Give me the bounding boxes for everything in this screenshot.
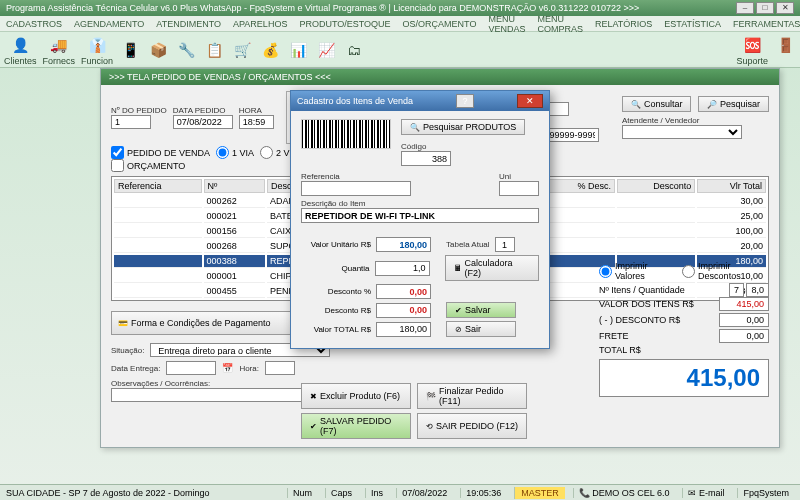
via1-radio[interactable]	[216, 146, 229, 159]
toolbar-exit[interactable]: 🚪	[774, 34, 796, 66]
forma-pagamento-button[interactable]: 💳 Forma e Condições de Pagamento	[111, 311, 311, 335]
menu-item[interactable]: FERRAMENTAS	[733, 19, 800, 29]
toolbar-fornec[interactable]: 🚚Fornecs	[43, 34, 76, 66]
menu-item[interactable]: ESTATÍSTICA	[664, 19, 721, 29]
via2-radio[interactable]	[260, 146, 273, 159]
menu-item[interactable]: MENU COMPRAS	[537, 14, 583, 34]
toolbar-btn[interactable]: 📋	[203, 39, 225, 61]
toolbar-btn[interactable]: 📱	[119, 39, 141, 61]
calendar-icon[interactable]: 📅	[222, 363, 233, 373]
desconto-rs-input[interactable]	[376, 303, 431, 318]
modal-salvar-button[interactable]: ✔ Salvar	[446, 302, 516, 318]
valor-unitario-input[interactable]	[376, 237, 431, 252]
menu-item[interactable]: PRODUTO/ESTOQUE	[299, 19, 390, 29]
uni-input[interactable]	[499, 181, 539, 196]
modal-help-button[interactable]: ?	[456, 94, 474, 108]
ref-input[interactable]	[301, 181, 411, 196]
tabela-input[interactable]	[495, 237, 515, 252]
pesquisar-button[interactable]: 🔎 Pesquisar	[698, 96, 769, 112]
menubar: CADASTROS AGENDAMENTO ATENDIMENTO APAREL…	[0, 16, 800, 32]
item-modal: Cadastro dos Itens de Venda ? ✕ 🔍 Pesqui…	[290, 90, 550, 349]
toolbar-btn[interactable]: 🛒	[231, 39, 253, 61]
toolbar-btn[interactable]: 🔧	[175, 39, 197, 61]
toolbar-btn[interactable]: 📈	[315, 39, 337, 61]
pedido-no-input[interactable]	[111, 115, 151, 129]
totals-panel: Imprimir Valores Imprimir Descontos Nº I…	[599, 261, 769, 397]
print-desc-radio[interactable]	[682, 265, 695, 278]
codigo-input[interactable]	[401, 151, 451, 166]
salvar-pedido-button[interactable]: ✔ SALVAR PEDIDO (F7)	[301, 413, 411, 439]
tipo-venda-check[interactable]	[111, 146, 124, 159]
pesquisar-produtos-button[interactable]: 🔍 Pesquisar PRODUTOS	[401, 119, 525, 135]
window-titlebar: Programa Assistência Técnica Celular v6.…	[0, 0, 800, 16]
valor-total-input[interactable]	[376, 322, 431, 337]
toolbar-btn[interactable]: 📊	[287, 39, 309, 61]
maximize-button[interactable]: □	[756, 2, 774, 14]
menu-item[interactable]: MENU VENDAS	[488, 14, 525, 34]
toolbar-btn[interactable]: 🗂	[343, 39, 365, 61]
descitem-input[interactable]	[301, 208, 539, 223]
toolbar-suporte[interactable]: 🆘Suporte	[736, 34, 768, 66]
toolbar-btn[interactable]: 📦	[147, 39, 169, 61]
window-title: Programa Assistência Técnica Celular v6.…	[6, 3, 639, 13]
quantia-input[interactable]	[375, 261, 430, 276]
barcode-icon	[301, 119, 391, 149]
print-valores-radio[interactable]	[599, 265, 612, 278]
grand-total: 415,00	[599, 359, 769, 397]
data-input[interactable]	[173, 115, 233, 129]
sales-title: >>> TELA PEDIDO DE VENDAS / ORÇAMENTOS <…	[101, 69, 779, 85]
modal-title: Cadastro dos Itens de Venda	[297, 96, 413, 106]
menu-item[interactable]: RELATÓRIOS	[595, 19, 652, 29]
modal-sair-button[interactable]: ⊘ Sair	[446, 321, 516, 337]
statusbar: SUA CIDADE - SP 7 de Agosto de 2022 - Do…	[0, 484, 800, 500]
toolbar-clientes[interactable]: 👤Clientes	[4, 34, 37, 66]
toolbar-btn[interactable]: 💰	[259, 39, 281, 61]
toolbar-funcion[interactable]: 👔Funcion	[81, 34, 113, 66]
desconto-pct-input[interactable]	[376, 284, 431, 299]
data-entrega-input[interactable]	[166, 361, 216, 375]
tipo-orcamento-check[interactable]	[111, 159, 124, 172]
menu-item[interactable]: APARELHOS	[233, 19, 287, 29]
minimize-button[interactable]: –	[736, 2, 754, 14]
toolbar: 👤Clientes 🚚Fornecs 👔Funcion 📱 📦 🔧 📋 🛒 💰 …	[0, 32, 800, 68]
menu-item[interactable]: AGENDAMENTO	[74, 19, 144, 29]
excluir-button[interactable]: ✖ Excluir Produto (F6)	[301, 383, 411, 409]
calculadora-button[interactable]: 🖩 Calculadora (F2)	[445, 255, 539, 281]
finalizar-button[interactable]: 🏁 Finalizar Pedido (F11)	[417, 383, 527, 409]
hora-entrega-input[interactable]	[265, 361, 295, 375]
modal-close-button[interactable]: ✕	[517, 94, 543, 108]
sair-pedido-button[interactable]: ⟲ SAIR PEDIDO (F12)	[417, 413, 527, 439]
hora-input[interactable]	[239, 115, 274, 129]
menu-item[interactable]: ATENDIMENTO	[156, 19, 221, 29]
close-button[interactable]: ✕	[776, 2, 794, 14]
menu-item[interactable]: OS/ORÇAMENTO	[403, 19, 477, 29]
menu-item[interactable]: CADASTROS	[6, 19, 62, 29]
consultar-button[interactable]: 🔍 Consultar	[622, 96, 692, 112]
atendente-select[interactable]	[622, 125, 742, 139]
